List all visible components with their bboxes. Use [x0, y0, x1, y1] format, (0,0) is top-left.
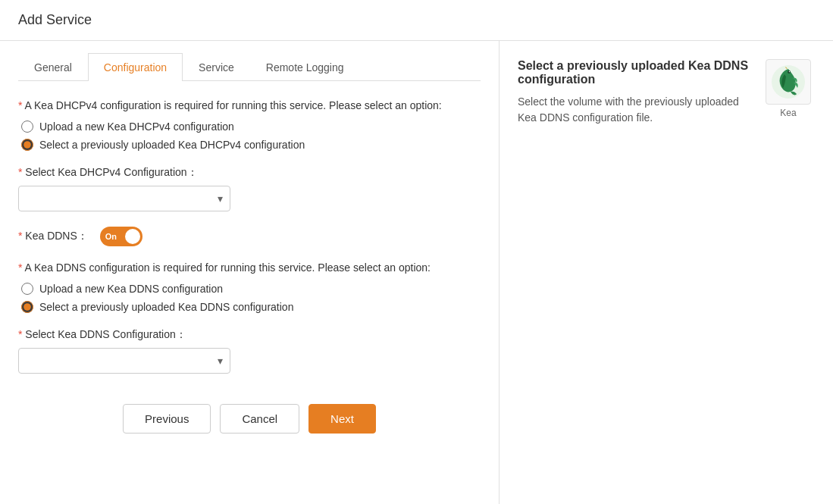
dhcp-upload-label: Upload a new Kea DHCPv4 configuration	[39, 121, 234, 133]
side-panel-description: Select the volume with the previously up…	[518, 94, 750, 126]
dhcp-section: * A Kea DHCPv4 configuration is required…	[18, 99, 481, 151]
ddns-config-select[interactable]	[18, 348, 230, 374]
page-title: Add Service	[18, 12, 815, 28]
dhcp-config-label: * Select Kea DHCPv4 Configuration：	[18, 166, 481, 180]
kea-logo-svg	[769, 63, 807, 101]
svg-point-1	[788, 70, 791, 74]
kea-ddns-toggle[interactable]: On	[100, 227, 142, 246]
ddns-required-asterisk: *	[18, 261, 25, 274]
next-button[interactable]: Next	[308, 404, 376, 434]
side-panel: Select a previously uploaded Kea DDNS co…	[499, 41, 833, 504]
tab-configuration[interactable]: Configuration	[88, 53, 183, 81]
kea-ddns-label: * Kea DDNS：	[18, 230, 88, 243]
side-panel-title: Select a previously uploaded Kea DDNS co…	[518, 59, 750, 86]
toggle-knob	[125, 229, 140, 244]
ddns-required-text: * A Kea DDNS configuration is required f…	[18, 261, 481, 274]
ddns-upload-option[interactable]: Upload a new Kea DDNS configuration	[21, 283, 481, 295]
dhcp-required-text: * A Kea DHCPv4 configuration is required…	[18, 99, 481, 111]
ddns-config-label: * Select Kea DDNS Configuration：	[18, 328, 481, 342]
ddns-select-label: Select a previously uploaded Kea DDNS co…	[39, 301, 293, 313]
ddns-upload-label: Upload a new Kea DDNS configuration	[39, 283, 223, 295]
dhcp-upload-option[interactable]: Upload a new Kea DHCPv4 configuration	[21, 121, 481, 133]
ddns-upload-radio[interactable]	[21, 283, 33, 295]
cancel-button[interactable]: Cancel	[220, 404, 299, 434]
svg-point-2	[789, 71, 790, 72]
side-info-card: Select a previously uploaded Kea DDNS co…	[518, 59, 815, 126]
kea-logo-label: Kea	[780, 108, 796, 118]
ddns-config-group: * Select Kea DDNS Configuration： ▾	[18, 328, 481, 374]
ddns-select-radio[interactable]	[21, 301, 33, 313]
ddns-radio-group: Upload a new Kea DDNS configuration Sele…	[21, 283, 481, 313]
dhcp-select-label: Select a previously uploaded Kea DHCPv4 …	[39, 139, 305, 151]
toggle-on-text: On	[105, 232, 117, 241]
kea-logo-container: Kea	[762, 59, 815, 118]
dhcp-select-radio[interactable]	[21, 139, 33, 151]
dhcp-radio-group: Upload a new Kea DHCPv4 configuration Se…	[21, 121, 481, 151]
button-row: Previous Cancel Next	[18, 389, 481, 449]
page-header: Add Service	[0, 0, 833, 41]
tab-bar: General Configuration Service Remote Log…	[18, 53, 481, 81]
ddns-select-option[interactable]: Select a previously uploaded Kea DDNS co…	[21, 301, 481, 313]
dhcp-config-group: * Select Kea DHCPv4 Configuration： ▾	[18, 166, 481, 211]
side-info-text: Select a previously uploaded Kea DDNS co…	[518, 59, 750, 126]
dhcp-config-select[interactable]	[18, 186, 230, 211]
kea-logo	[766, 59, 811, 105]
kea-ddns-toggle-row: * Kea DDNS： On	[18, 227, 481, 246]
dhcp-select-option[interactable]: Select a previously uploaded Kea DHCPv4 …	[21, 139, 481, 151]
ddns-config-select-wrapper: ▾	[18, 348, 230, 374]
previous-button[interactable]: Previous	[123, 404, 211, 434]
tab-remote-logging[interactable]: Remote Logging	[250, 53, 360, 81]
dhcp-config-select-wrapper: ▾	[18, 186, 230, 211]
tab-service[interactable]: Service	[183, 53, 250, 81]
dhcp-required-asterisk: *	[18, 99, 25, 111]
tab-general[interactable]: General	[18, 53, 88, 81]
main-panel: General Configuration Service Remote Log…	[0, 41, 499, 504]
ddns-section: * A Kea DDNS configuration is required f…	[18, 261, 481, 313]
dhcp-upload-radio[interactable]	[21, 121, 33, 133]
